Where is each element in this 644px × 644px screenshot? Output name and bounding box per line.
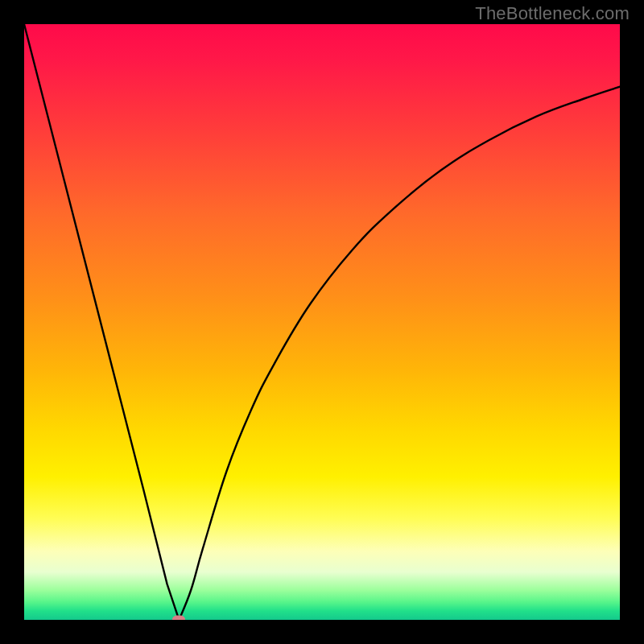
optimal-point-marker: [172, 616, 185, 621]
watermark-text: TheBottleneck.com: [475, 3, 630, 24]
bottleneck-curve-path: [24, 24, 620, 620]
plot-area: [24, 24, 620, 620]
chart-frame: TheBottleneck.com: [0, 0, 644, 644]
bottleneck-curve-svg: [24, 24, 620, 620]
